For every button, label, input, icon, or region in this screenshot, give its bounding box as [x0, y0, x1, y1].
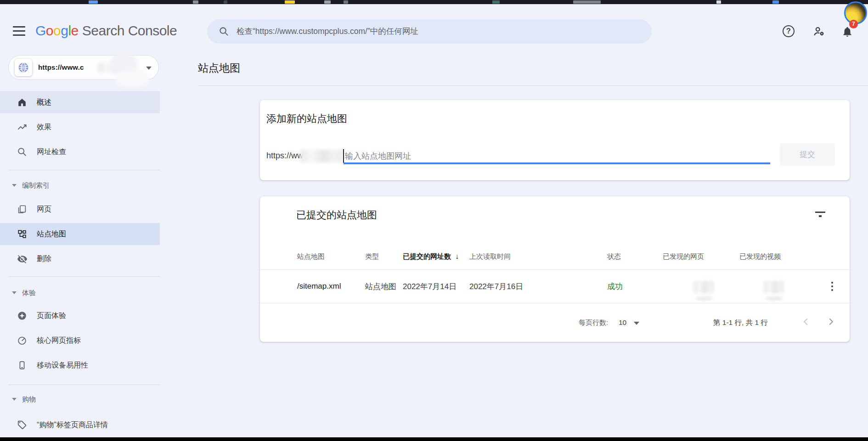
tab-fragment [324, 0, 331, 4]
sidebar-item-url-inspection[interactable]: 网址检查 [0, 141, 160, 163]
sitemap-icon [17, 229, 28, 240]
home-icon [17, 97, 28, 108]
submitted-sitemaps-title: 已提交的站点地图 [296, 208, 377, 222]
column-header-last-read[interactable]: 上次读取时间 [469, 252, 511, 261]
url-inspection-search-bar[interactable] [207, 19, 652, 44]
tab-fragment [716, 0, 721, 4]
row-menu-button[interactable] [823, 277, 841, 296]
trending-up-icon [17, 122, 28, 133]
redaction-blob [116, 70, 150, 87]
submit-sitemap-button[interactable]: 提交 [780, 143, 835, 166]
column-header-discovered-videos[interactable]: 已发现的视频 [739, 252, 781, 261]
notification-count-badge: 7 [849, 20, 858, 28]
tab-fragment [772, 0, 779, 4]
sidebar-item-core-web-vitals[interactable]: 核心网页指标 [0, 329, 160, 352]
user-settings-icon [813, 25, 825, 38]
section-collapse-icon [12, 184, 17, 187]
globe-icon [15, 59, 32, 76]
eye-off-icon [17, 253, 28, 264]
sidebar-item-page-experience[interactable]: 页面体验 [0, 305, 160, 327]
column-header-submitted-sorted[interactable]: 已提交的网址数↓ [403, 252, 459, 261]
bottom-edge-strip [0, 437, 868, 441]
sidebar: https://www.c 概述 效果 网址检查 编制索引 网页 站点地图 删除… [0, 0, 160, 441]
cell-last-read-date: 2022年7月16日 [469, 281, 523, 292]
help-icon: ? [783, 25, 795, 37]
sidebar-item-shopping-listings[interactable]: “购物”标签页商品详情 [0, 414, 160, 436]
cell-type: 站点地图 [365, 281, 396, 292]
sidebar-divider [8, 170, 160, 170]
chevron-right-icon [825, 316, 837, 328]
search-icon [219, 26, 229, 37]
property-url: https://www.c [38, 56, 84, 79]
tag-icon [17, 419, 28, 430]
sidebar-item-pages[interactable]: 网页 [0, 198, 160, 220]
smartphone-icon [17, 360, 28, 371]
chevron-down-icon [146, 67, 152, 70]
previous-page-button[interactable] [800, 316, 812, 329]
help-button[interactable]: ? [779, 22, 798, 41]
add-sitemap-card: 添加新的站点地图 https://www.cu 提交 [260, 100, 850, 180]
sidebar-item-removals[interactable]: 删除 [0, 248, 160, 270]
table-row[interactable]: /sitemap.xml 站点地图 2022年7月14日 2022年7月16日 … [260, 270, 850, 303]
search-icon [17, 146, 28, 157]
tab-fragment [285, 0, 295, 4]
rows-per-page-value[interactable]: 10 [619, 318, 626, 327]
user-settings-button[interactable] [809, 22, 829, 41]
redaction-smudge [766, 296, 783, 301]
page-title: 站点地图 [198, 61, 240, 75]
redacted-discovered-pages [693, 281, 714, 293]
sidebar-item-performance[interactable]: 效果 [0, 116, 160, 138]
filter-button[interactable] [811, 206, 829, 224]
sitemap-url-input[interactable] [345, 148, 767, 164]
sidebar-section-experience[interactable]: 体验 [0, 285, 160, 301]
sidebar-section-indexing[interactable]: 编制索引 [0, 177, 160, 194]
column-header-sitemap[interactable]: 站点地图 [297, 252, 325, 261]
column-header-status[interactable]: 状态 [607, 252, 621, 261]
column-header-discovered-pages[interactable]: 已发现的网页 [663, 252, 704, 261]
pages-icon [17, 204, 28, 215]
input-focus-underline [344, 162, 770, 164]
redacted-url-segment [300, 150, 343, 162]
text-cursor [343, 149, 344, 163]
title-divider [198, 85, 868, 86]
section-collapse-icon [12, 291, 17, 294]
sidebar-item-sitemaps[interactable]: 站点地图 [0, 223, 160, 245]
tab-fragment [89, 0, 98, 4]
url-inspection-input[interactable] [237, 19, 641, 44]
table-header-row: 站点地图 类型 已提交的网址数↓ 上次读取时间 状态 已发现的网页 已发现的视频 [260, 243, 850, 270]
cell-submitted-date: 2022年7月14日 [403, 281, 457, 292]
filter-icon [815, 211, 826, 219]
sidebar-divider [8, 385, 160, 385]
cell-sitemap-path[interactable]: /sitemap.xml [297, 282, 341, 291]
pagination-bar: 每页行数: 10 第 1-1 行, 共 1 行 [260, 303, 850, 342]
sidebar-item-mobile-usability[interactable]: 移动设备易用性 [0, 354, 160, 376]
cell-status-success: 成功 [607, 281, 623, 292]
kebab-icon [831, 282, 834, 284]
tab-fragment [224, 0, 227, 4]
tab-fragment [573, 0, 601, 4]
redacted-discovered-videos [764, 281, 784, 293]
column-header-type[interactable]: 类型 [365, 252, 379, 261]
browser-tab-strip [0, 0, 868, 4]
sort-descending-icon: ↓ [455, 252, 459, 260]
next-page-button[interactable] [825, 316, 837, 329]
speedometer-icon [17, 335, 28, 346]
redaction-smudge [695, 296, 713, 301]
add-sitemap-card-title: 添加新的站点地图 [266, 112, 347, 126]
sidebar-section-shopping[interactable]: 购物 [0, 391, 160, 408]
rows-per-page-label: 每页行数: [579, 318, 608, 327]
page-experience-icon [17, 310, 28, 321]
sidebar-item-overview[interactable]: 概述 [0, 91, 160, 113]
rows-per-page-dropdown-icon[interactable] [634, 322, 639, 325]
sidebar-divider [8, 276, 160, 277]
section-collapse-icon [12, 398, 17, 401]
chevron-left-icon [800, 316, 812, 328]
tab-fragment [344, 0, 348, 4]
tab-fragment [492, 0, 500, 4]
submitted-sitemaps-card: 已提交的站点地图 站点地图 类型 已提交的网址数↓ 上次读取时间 状态 已发现的… [260, 196, 850, 342]
pagination-range: 第 1-1 行, 共 1 行 [713, 318, 768, 328]
tab-fragment [193, 0, 198, 4]
